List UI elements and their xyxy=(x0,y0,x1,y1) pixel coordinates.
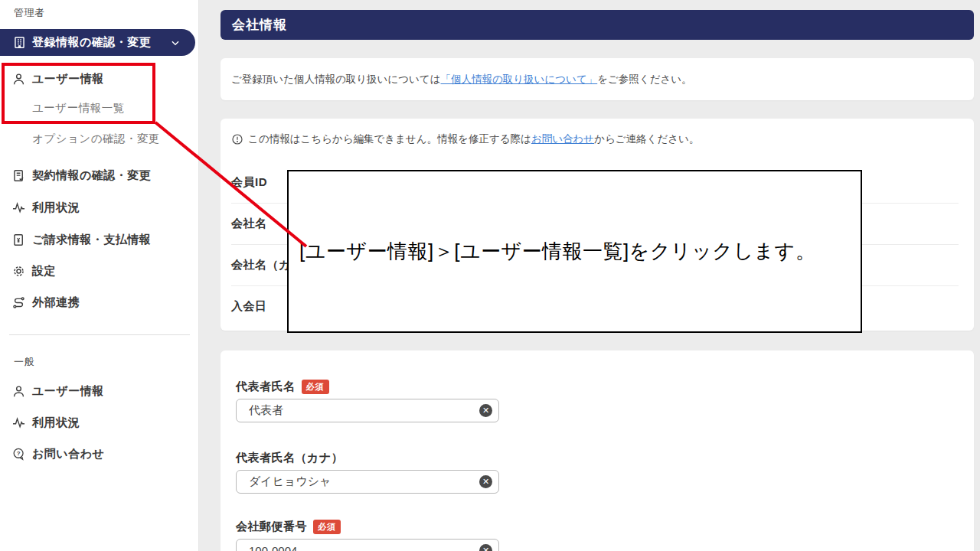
row-label-member-id: 会員ID xyxy=(231,175,267,190)
row-label-join-date: 入会日 xyxy=(231,299,267,314)
svg-text:?: ? xyxy=(17,450,21,457)
sidebar-section-admin-label: 管理者 xyxy=(14,6,45,20)
sidebar-divider xyxy=(9,334,190,335)
activity-pulse-icon xyxy=(11,416,26,430)
page-title: 会社情報 xyxy=(232,16,287,34)
field-representative-name: 代表者氏名 必須 ✕ xyxy=(236,380,499,422)
privacy-note-text: ご登録頂いた個人情報の取り扱いについては「個人情報の取り扱いについて」をご参照く… xyxy=(231,73,692,86)
clear-icon[interactable]: ✕ xyxy=(479,404,492,417)
sidebar: 管理者 登録情報の確認・変更 ユーザー情報 ユーザー情報一覧 オプションの確認・… xyxy=(0,0,199,551)
sidebar-item-usage-status[interactable]: 利用状況 xyxy=(0,196,198,219)
sidebar-item-billing-payment[interactable]: ご請求情報・支払情報 xyxy=(0,228,198,251)
invoice-yen-icon xyxy=(11,233,26,247)
person-icon xyxy=(11,384,26,399)
sidebar-item-settings[interactable]: 設定 xyxy=(0,259,198,282)
info-icon xyxy=(231,133,243,145)
sidebar-item-contract-info[interactable]: 契約情報の確認・変更 xyxy=(0,164,198,187)
edit-notice: この情報はこちらから編集できません。情報を修正する際はお問い合わせからご連絡くだ… xyxy=(231,132,699,146)
page-header: 会社情報 xyxy=(220,10,974,40)
gear-icon xyxy=(11,264,26,279)
representative-name-input[interactable] xyxy=(236,399,499,422)
building-icon xyxy=(12,35,27,50)
field-label: 代表者氏名 xyxy=(236,380,296,394)
integration-route-icon xyxy=(11,295,26,310)
required-badge: 必須 xyxy=(313,520,341,534)
contact-link[interactable]: お問い合わせ xyxy=(531,132,594,146)
chat-question-icon: ? xyxy=(11,447,26,461)
instruction-text: [ユーザー情報]＞[ユーザー情報一覧]をクリックします。 xyxy=(299,238,815,265)
sidebar-item-label: 契約情報の確認・変更 xyxy=(32,168,151,183)
activity-pulse-icon xyxy=(11,201,26,215)
field-representative-name-kana: 代表者氏名（カナ） ✕ xyxy=(236,451,499,494)
field-company-postal-code: 会社郵便番号 必須 ✕ xyxy=(236,520,499,551)
sidebar-item-general-usage-status[interactable]: 利用状況 xyxy=(0,411,198,434)
sidebar-item-contact[interactable]: ? お問い合わせ xyxy=(0,442,198,465)
sidebar-item-user-info-list[interactable]: ユーザー情報一覧 xyxy=(0,96,198,119)
sidebar-item-option-confirm[interactable]: オプションの確認・変更 xyxy=(0,127,198,150)
sidebar-item-label: ユーザー情報一覧 xyxy=(32,101,125,116)
sidebar-item-label: 利用状況 xyxy=(32,416,80,430)
privacy-note-card: ご登録頂いた個人情報の取り扱いについては「個人情報の取り扱いについて」をご参照く… xyxy=(220,58,974,100)
sidebar-item-label: オプションの確認・変更 xyxy=(32,132,160,146)
sidebar-section-general-label: 一般 xyxy=(14,355,34,369)
sidebar-item-external-integration[interactable]: 外部連携 xyxy=(0,291,198,314)
sidebar-item-label: 利用状況 xyxy=(32,201,80,215)
field-label: 代表者氏名（カナ） xyxy=(236,451,343,465)
chevron-down-icon xyxy=(170,37,181,48)
sidebar-item-user-info[interactable]: ユーザー情報 xyxy=(0,67,198,90)
required-badge: 必須 xyxy=(302,380,329,394)
privacy-policy-link[interactable]: 「個人情報の取り扱いについて」 xyxy=(440,73,597,85)
sidebar-item-label: 設定 xyxy=(32,264,56,279)
representative-name-kana-input[interactable] xyxy=(236,470,499,494)
document-check-icon xyxy=(11,168,26,183)
company-form-card: 代表者氏名 必須 ✕ 代表者氏名（カナ） ✕ 会社郵便番号 必須 ✕ xyxy=(220,350,974,551)
field-label: 会社郵便番号 xyxy=(236,520,307,534)
sidebar-item-label: 外部連携 xyxy=(32,295,80,310)
clear-icon[interactable]: ✕ xyxy=(479,475,492,488)
sidebar-item-registration-info[interactable]: 登録情報の確認・変更 xyxy=(0,29,195,56)
sidebar-item-general-user-info[interactable]: ユーザー情報 xyxy=(0,380,198,403)
sidebar-item-label: ご請求情報・支払情報 xyxy=(32,233,151,247)
person-icon xyxy=(11,72,26,86)
sidebar-item-label: 登録情報の確認・変更 xyxy=(32,35,151,50)
company-postal-code-input[interactable] xyxy=(236,539,499,551)
row-label-company-name: 会社名 xyxy=(231,217,267,231)
sidebar-item-label: ユーザー情報 xyxy=(32,384,104,399)
sidebar-item-label: ユーザー情報 xyxy=(32,72,104,86)
sidebar-item-label: お問い合わせ xyxy=(32,447,104,461)
instruction-callout: [ユーザー情報]＞[ユーザー情報一覧]をクリックします。 xyxy=(287,170,862,333)
